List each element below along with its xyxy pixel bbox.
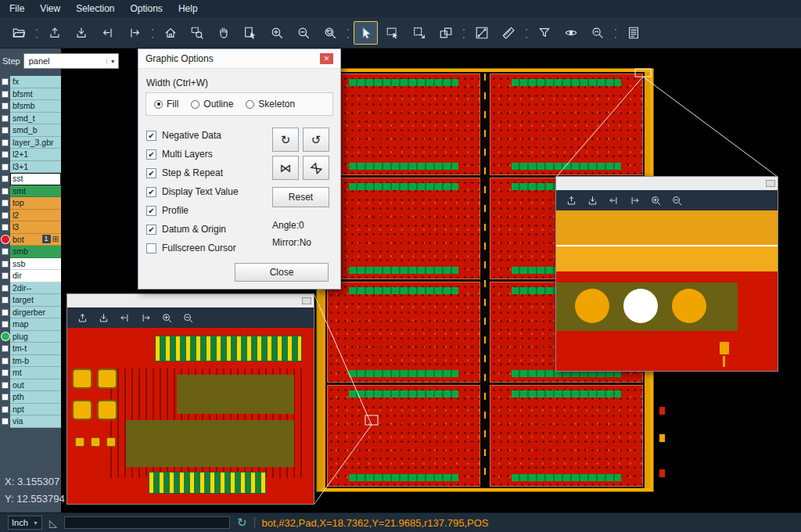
layer-row-mt[interactable]: mt [0, 367, 61, 379]
transform-select-button[interactable] [407, 21, 431, 45]
zoom-window-button[interactable] [185, 21, 209, 45]
layer-row-bfsmb[interactable]: bfsmb [0, 100, 61, 113]
box-arrow-up-button[interactable] [74, 310, 90, 325]
layer-visibility-checkbox[interactable] [2, 345, 9, 352]
layer-visibility-checkbox[interactable] [2, 309, 9, 316]
layer-visibility-checkbox[interactable] [2, 394, 9, 401]
layer-row-dir[interactable]: dir [0, 270, 61, 282]
layer-row-l2[interactable]: l2 [0, 210, 61, 222]
layer-row-pth[interactable]: pth [0, 391, 61, 404]
report-list-button[interactable] [621, 21, 645, 45]
dialog-titlebar[interactable]: Graphic Options ✕ [138, 49, 340, 69]
layer-row-bot[interactable]: bot1⊞ [0, 234, 61, 246]
rotate-ccw-button[interactable]: ↺ [303, 128, 329, 152]
layer-row-out[interactable]: out [0, 379, 61, 392]
layer-visibility-checkbox[interactable] [2, 175, 9, 182]
layer-visibility-checkbox[interactable] [2, 164, 9, 171]
reset-button[interactable]: Reset [272, 187, 329, 207]
layer-visibility-checkbox[interactable] [2, 272, 9, 279]
unit-select[interactable]: Inch ▼ [8, 516, 42, 530]
window-control-icon[interactable] [302, 297, 311, 304]
layer-row-l3-1[interactable]: l3+1 [0, 161, 61, 174]
layer-visibility-checkbox[interactable] [2, 321, 9, 328]
layers-stack-button[interactable] [433, 21, 458, 45]
zoom-in-button[interactable] [159, 310, 174, 325]
zoom-out-button[interactable] [669, 192, 684, 208]
layer-row-dirgerber[interactable]: dirgerber [0, 307, 61, 319]
layer-row-ssb[interactable]: ssb [0, 258, 61, 271]
box-arrow-down-button[interactable] [95, 310, 111, 325]
layer-visibility-checkbox[interactable] [2, 369, 9, 376]
layer-row-tm-t[interactable]: tm-t [0, 343, 61, 355]
checkbox-display-text-value[interactable]: ✔Display Text Value [146, 182, 275, 201]
eye-view-button[interactable] [559, 21, 583, 45]
layer-row-smd-t[interactable]: smd_t [0, 113, 61, 125]
net-search-button[interactable] [585, 21, 609, 45]
window-control-icon[interactable] [766, 180, 775, 187]
checkbox-step-repeat[interactable]: ✔Step & Repeat [146, 164, 275, 182]
layer-visibility-checkbox[interactable] [2, 139, 9, 146]
layer-row-npt[interactable]: npt [0, 404, 61, 416]
layer-row-map[interactable]: map [0, 318, 61, 331]
layer-visibility-checkbox[interactable] [2, 212, 9, 219]
zoom-out-button[interactable] [291, 21, 315, 45]
layer-visibility-checkbox[interactable] [2, 382, 9, 389]
rotate-cw-button[interactable]: ↻ [272, 128, 299, 152]
layer-visibility-checkbox[interactable] [2, 248, 9, 255]
layer-visibility-checkbox[interactable] [2, 358, 9, 365]
zoom-in-button[interactable] [264, 21, 289, 45]
line-tool-button[interactable] [469, 21, 494, 45]
layer-row-via[interactable]: via [0, 415, 61, 428]
magnifier-view[interactable] [67, 328, 314, 504]
filter-funnel-button[interactable] [532, 21, 556, 45]
open-folder-button[interactable] [6, 21, 31, 45]
layer-visibility-checkbox[interactable] [2, 78, 9, 85]
layer-row-bfsmt[interactable]: bfsmt [0, 88, 61, 101]
ruler-button[interactable] [496, 21, 520, 45]
menu-options[interactable]: Options [123, 1, 171, 16]
box-arrow-right-button[interactable] [122, 21, 146, 45]
command-input[interactable] [64, 516, 230, 529]
menu-selection[interactable]: Selection [68, 1, 122, 16]
box-arrow-down-button[interactable] [69, 21, 93, 45]
mirror-diagonal-button[interactable]: ⋈ [303, 156, 329, 180]
magnifier-view[interactable] [556, 210, 778, 371]
layer-row-sst[interactable]: sst [0, 173, 61, 185]
layer-visibility-checkbox[interactable] [2, 285, 9, 292]
menu-file[interactable]: File [2, 1, 32, 16]
layer-visibility-checkbox[interactable] [2, 200, 9, 207]
box-arrow-up-button[interactable] [563, 192, 579, 208]
box-arrow-down-button[interactable] [584, 192, 600, 208]
zoom-previous-button[interactable] [318, 21, 342, 45]
checkbox-multi-layers[interactable]: ✔Multi Layers [146, 145, 275, 164]
layer-row-tm-b[interactable]: tm-b [0, 355, 61, 368]
box-arrow-right-button[interactable] [138, 310, 153, 325]
checkbox-datum-origin[interactable]: ✔Datum & Origin [146, 220, 275, 239]
layer-visibility-checkbox[interactable] [2, 127, 9, 134]
close-button[interactable]: Close [235, 263, 329, 282]
layer-row-smt[interactable]: smt [0, 185, 61, 198]
layer-row-l3[interactable]: l3 [0, 221, 61, 234]
layer-row-2dir[interactable]: 2dir-- [0, 282, 61, 295]
layer-visibility-checkbox[interactable] [2, 406, 9, 413]
pan-hand-button[interactable] [211, 21, 235, 45]
zoom-out-button[interactable] [180, 310, 196, 325]
radio-skeleton[interactable]: Skeleton [246, 99, 295, 110]
checkbox-fullscreen-cursor[interactable]: Fullscreen Cursor [146, 239, 275, 257]
layer-visibility-checkbox[interactable] [2, 224, 9, 231]
layer-row-l2-1[interactable]: l2+1 [0, 149, 61, 161]
layer-row-fx[interactable]: fx [0, 76, 61, 88]
layer-row-smb[interactable]: smb [0, 246, 61, 258]
zoom-in-button[interactable] [648, 192, 663, 208]
layer-visibility-checkbox[interactable] [2, 297, 9, 304]
checkbox-negative-data[interactable]: ✔Negative Data [146, 126, 275, 145]
step-select[interactable]: panel ▼ [23, 53, 119, 69]
layer-row-top[interactable]: top [0, 197, 61, 210]
layer-visibility-checkbox[interactable] [2, 261, 9, 268]
magnifier-titlebar[interactable] [67, 294, 314, 307]
home-button[interactable] [158, 21, 182, 45]
layer-visibility-checkbox[interactable] [2, 91, 9, 98]
mirror-horizontal-button[interactable]: ⋈ [272, 156, 299, 180]
select-cursor-button[interactable] [354, 21, 378, 45]
refresh-icon[interactable]: ↻ [237, 516, 247, 530]
